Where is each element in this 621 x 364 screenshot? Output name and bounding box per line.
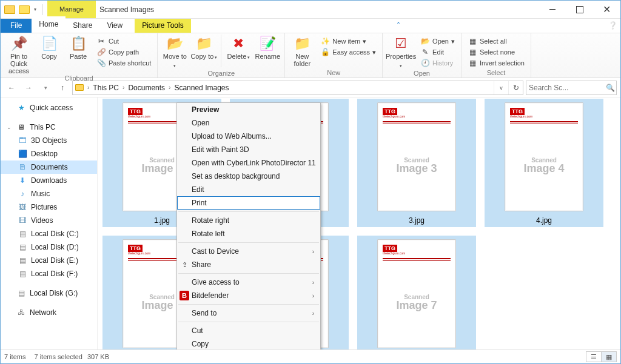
details-view-button[interactable]: ☰ (586, 351, 602, 362)
tab-file[interactable]: File (1, 19, 32, 33)
tab-view[interactable]: View (99, 19, 130, 33)
ctx-set-bg[interactable]: Set as desktop background (177, 170, 320, 183)
select-none-button[interactable]: Select none (465, 47, 527, 58)
search-box[interactable]: 🔍 (526, 81, 617, 95)
ctx-copy[interactable]: Copy (177, 337, 320, 350)
help-button[interactable]: ❔ (606, 18, 620, 33)
cut-button[interactable]: Cut (94, 36, 153, 47)
pc-icon (16, 122, 26, 132)
edit-button[interactable]: Edit (418, 47, 457, 58)
ctx-open[interactable]: Open (177, 116, 320, 130)
tab-picture-tools[interactable]: Picture Tools (135, 19, 190, 33)
open-button[interactable]: Open ▾ (418, 36, 457, 47)
ctx-bitdefender[interactable]: BBitdefender› (177, 289, 320, 302)
ctx-share[interactable]: ⇪Share (177, 258, 320, 271)
status-item-count: 7 items (4, 353, 25, 360)
music-icon (18, 189, 27, 199)
move-to-button[interactable]: Move to ▾ (161, 35, 188, 70)
app-icon[interactable] (3, 3, 16, 16)
tab-share[interactable]: Share (65, 19, 99, 33)
back-button[interactable]: ← (4, 81, 19, 95)
copy-icon (40, 36, 58, 51)
ctx-print[interactable]: Print (177, 196, 320, 210)
search-input[interactable] (526, 84, 605, 92)
ribbon-collapse-button[interactable]: ˄ (391, 18, 406, 33)
history-button[interactable]: History (418, 58, 457, 68)
nav-videos[interactable]: Videos (1, 214, 97, 227)
nav-3d-objects[interactable]: 3D Objects (1, 134, 97, 147)
downloads-icon (18, 176, 27, 185)
thumbnail-wrap: TTGthetechguru.comScannedImage 4 (485, 99, 603, 215)
copy-to-button[interactable]: Copy to ▾ (190, 35, 217, 61)
delete-button[interactable]: Delete ▾ (225, 35, 252, 61)
address-folder-icon[interactable] (73, 81, 86, 94)
ctx-paint3d[interactable]: Edit with Paint 3D (177, 143, 320, 156)
qat-btn-1[interactable] (18, 3, 31, 16)
chevron-right-icon[interactable]: › (121, 84, 126, 91)
nav-documents[interactable]: Documents (1, 160, 97, 174)
ctx-give-access[interactable]: Give access to› (177, 276, 320, 289)
ctx-edit[interactable]: Edit (177, 183, 320, 196)
paste-shortcut-button[interactable]: Paste shortcut (94, 58, 153, 68)
rename-button[interactable]: Rename (254, 35, 281, 60)
tab-home[interactable]: Home (32, 16, 65, 33)
nav-downloads[interactable]: Downloads (1, 174, 97, 187)
nav-disk-g[interactable]: Local Disk (G:) (1, 286, 97, 300)
nav-network[interactable]: Network (1, 306, 97, 319)
copy-path-button[interactable]: Copy path (94, 47, 153, 58)
disk-icon (16, 288, 26, 298)
ctx-cut[interactable]: Cut (177, 324, 320, 337)
content-pane[interactable]: TTGthetechguru.comScannedImage 11.jpgTTG… (98, 98, 620, 350)
recent-locations-button[interactable]: ▾ (38, 81, 53, 95)
properties-button[interactable]: Properties ▾ (386, 35, 415, 70)
up-button[interactable]: ↑ (55, 81, 70, 95)
minimize-button[interactable] (539, 1, 566, 18)
file-item[interactable]: TTGthetechguru.comScannedImage 77.jpg (357, 236, 476, 350)
nav-disk-c[interactable]: Local Disk (C:) (1, 227, 97, 240)
ctx-cast[interactable]: Cast to Device› (177, 245, 320, 258)
address-bar[interactable]: › This PC › Documents › Scanned Images v… (72, 81, 523, 95)
search-icon[interactable]: 🔍 (605, 84, 616, 92)
file-name[interactable]: 4.jpg (485, 215, 603, 227)
easy-access-button[interactable]: Easy access ▾ (318, 47, 378, 58)
address-dropdown-button[interactable]: v (494, 81, 508, 94)
chevron-right-icon[interactable]: › (167, 84, 172, 91)
group-label-organize: Organize (161, 70, 281, 78)
paste-button[interactable]: Paste (65, 35, 92, 60)
nav-disk-f[interactable]: Local Disk (F:) (1, 267, 97, 280)
chevron-right-icon[interactable]: › (86, 84, 90, 91)
crumb-scanned-images[interactable]: Scanned Images (172, 84, 231, 92)
nav-this-pc[interactable]: ⌄This PC (1, 121, 97, 134)
new-folder-button[interactable]: New folder (289, 35, 315, 67)
maximize-button[interactable] (566, 1, 593, 18)
crumb-documents[interactable]: Documents (126, 84, 167, 92)
close-button[interactable]: ✕ (593, 1, 620, 18)
ctx-cyberlink[interactable]: Open with CyberLink PhotoDirector 11 (177, 156, 320, 170)
ctx-preview[interactable]: Preview (177, 103, 320, 116)
ctx-rotate-left[interactable]: Rotate left (177, 227, 320, 240)
new-item-button[interactable]: New item ▾ (318, 36, 378, 47)
crumb-thispc[interactable]: This PC (90, 84, 121, 92)
nav-music[interactable]: Music (1, 187, 97, 200)
new-folder-icon (293, 36, 311, 51)
invert-selection-button[interactable]: Invert selection (465, 58, 527, 68)
file-item[interactable]: TTGthetechguru.comScannedImage 44.jpg (485, 99, 603, 227)
file-name[interactable]: 3.jpg (357, 215, 476, 227)
videos-icon (18, 216, 27, 225)
forward-button[interactable]: → (21, 81, 36, 95)
ctx-rotate-right[interactable]: Rotate right (177, 214, 320, 227)
refresh-button[interactable]: ↻ (508, 81, 523, 94)
nav-pictures[interactable]: Pictures (1, 200, 97, 214)
nav-quick-access[interactable]: Quick access (1, 101, 97, 114)
nav-disk-d[interactable]: Local Disk (D:) (1, 240, 97, 254)
nav-desktop[interactable]: Desktop (1, 147, 97, 160)
ctx-upload[interactable]: Upload to Web Albums... (177, 130, 320, 143)
large-icons-view-button[interactable]: ▦ (601, 351, 617, 362)
copy-button[interactable]: Copy (36, 35, 62, 60)
qat-chevron-down-icon[interactable]: ▾ (32, 7, 38, 12)
select-all-button[interactable]: Select all (465, 36, 527, 47)
ctx-send-to[interactable]: Send to› (177, 306, 320, 320)
pin-to-quick-access-button[interactable]: Pin to Quick access (4, 35, 33, 74)
nav-disk-e[interactable]: Local Disk (E:) (1, 254, 97, 267)
file-item[interactable]: TTGthetechguru.comScannedImage 33.jpg (357, 99, 476, 227)
